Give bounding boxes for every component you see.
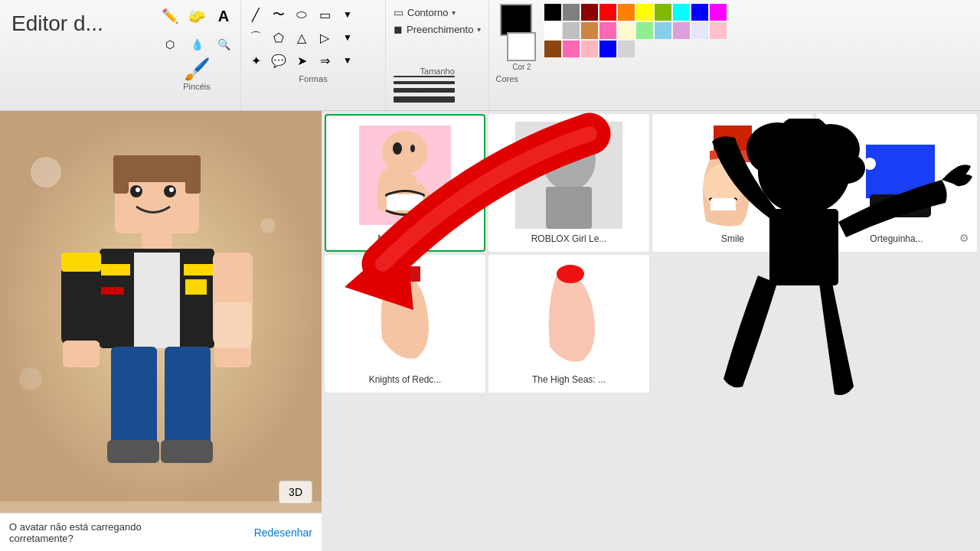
redraw-label: Redesenhar [254, 527, 312, 539]
eraser-icon[interactable]: 🧽 [185, 4, 209, 28]
rect-icon[interactable]: ▭ [314, 4, 335, 25]
palette-darkred[interactable] [581, 4, 598, 21]
cor2-swatch[interactable] [507, 32, 536, 61]
smile-svg [683, 122, 782, 229]
roblox-girl-svg [515, 122, 622, 229]
palette-peru[interactable] [581, 22, 598, 39]
fill-icon[interactable]: ⬡ [158, 32, 182, 57]
size-line-2[interactable] [394, 81, 455, 84]
more3-icon[interactable]: ▼ [337, 50, 358, 71]
spacer2 [360, 27, 381, 48]
item-smile[interactable]: Smile [652, 114, 813, 252]
palette-container [544, 4, 727, 57]
palette-brown[interactable] [544, 41, 561, 57]
palette-magenta[interactable] [710, 4, 727, 21]
man-left-arm-svg [359, 126, 451, 225]
svg-rect-12 [142, 232, 172, 251]
knights-svg [351, 262, 459, 370]
item-orteguinha[interactable]: Orteguinha... ⚙ [816, 114, 977, 252]
polygon-icon[interactable]: ⬠ [268, 27, 289, 48]
size-line-4[interactable] [394, 96, 455, 103]
item-roblox-girl-label: ROBLOX Girl Le... [531, 233, 607, 244]
cor2-box: Cor 2 [507, 32, 536, 71]
item-knights[interactable]: Knights of Redc... [325, 255, 485, 393]
avatar-svg [0, 111, 322, 501]
palette-skyblue[interactable] [655, 22, 671, 39]
item-man-left-arm[interactable]: Man Left Arm [325, 114, 485, 252]
svg-point-3 [19, 367, 42, 390]
palette-gray[interactable] [563, 4, 580, 21]
palette-red[interactable] [599, 4, 616, 21]
svg-rect-17 [101, 287, 124, 295]
svg-point-8 [169, 187, 174, 192]
avatar-error-bar: O avatar não está carregando corretament… [0, 513, 322, 551]
svg-rect-50 [866, 145, 935, 198]
svg-rect-18 [185, 279, 207, 295]
preenchimento-icon: ◼ [394, 23, 403, 35]
palette-green[interactable] [655, 4, 671, 21]
preenchimento-row[interactable]: ◼ Preenchimento ▾ [394, 21, 481, 37]
callout-icon[interactable]: 💬 [268, 50, 289, 71]
formas-label: Formas [245, 74, 381, 83]
bezier-icon[interactable]: ⌒ [245, 27, 266, 48]
palette-pink2[interactable] [563, 41, 580, 57]
size-line-3[interactable] [394, 88, 455, 93]
palette-blue[interactable] [691, 4, 708, 21]
orteguinha-svg [843, 122, 950, 229]
3d-label: 3D [289, 486, 302, 498]
star-icon[interactable]: ✦ [245, 50, 266, 71]
line-icon[interactable]: ╱ [245, 4, 266, 25]
cor1-swatch[interactable] [500, 4, 532, 36]
item-orteguinha-settings-icon[interactable]: ⚙ [959, 232, 969, 244]
palette-blue2[interactable] [599, 41, 616, 57]
contorno-icon: ▭ [394, 6, 403, 18]
eyedropper-icon[interactable]: 💧 [185, 32, 209, 57]
svg-rect-25 [165, 347, 211, 446]
text-icon[interactable]: A [211, 4, 236, 28]
palette-lavender[interactable] [691, 22, 708, 39]
item-roblox-girl[interactable]: ROBLOX Girl Le... [488, 114, 649, 252]
palette-white[interactable] [544, 22, 561, 39]
triangle-icon[interactable]: △ [291, 27, 312, 48]
triangle2-icon[interactable]: ▷ [314, 27, 335, 48]
brush-icon[interactable]: 🖌️ [184, 57, 211, 82]
rightarrow-icon[interactable]: ⇒ [314, 50, 335, 71]
magnify-icon[interactable]: 🔍 [211, 32, 236, 57]
item-knights-thumbnail [351, 262, 459, 370]
arrow-icon[interactable]: ➤ [291, 50, 312, 71]
palette-yellow[interactable] [636, 4, 653, 21]
palette-orange[interactable] [618, 4, 635, 21]
svg-point-2 [260, 218, 276, 233]
palette-pink[interactable] [710, 22, 727, 39]
item-knights-label: Knights of Redc... [369, 374, 442, 385]
small-tools-row: ⬡ 💧 🔍 [158, 32, 236, 57]
oval-icon[interactable]: ⬭ [291, 4, 312, 25]
palette-lightgreen[interactable] [636, 22, 653, 39]
pencil-icon[interactable]: ✏️ [158, 4, 182, 28]
main-colors-area: Cor 1 Cor 2 [495, 4, 727, 71]
palette-lightgray[interactable] [618, 41, 635, 57]
avatar-3d-button[interactable]: 3D [279, 481, 312, 504]
curve-icon[interactable]: 〜 [268, 4, 289, 25]
more2-icon[interactable]: ▼ [337, 27, 358, 48]
palette-silver[interactable] [563, 22, 580, 39]
item-high-seas[interactable]: The High Seas: ... [488, 255, 649, 393]
redraw-button[interactable]: Redesenhar [254, 527, 312, 539]
avatar-error-text: O avatar não está carregando corretament… [9, 521, 178, 544]
contorno-row[interactable]: ▭ Contorno ▾ [394, 4, 481, 21]
palette-cyan[interactable] [673, 4, 690, 21]
svg-point-39 [410, 145, 415, 152]
tamanho-label: Tamanho [394, 67, 481, 76]
palette-plum[interactable] [673, 22, 690, 39]
high-seas-svg [515, 262, 622, 370]
svg-rect-11 [185, 155, 201, 194]
palette-lightpink[interactable] [581, 41, 598, 57]
more-icon[interactable]: ▼ [337, 4, 358, 25]
palette-hotpink[interactable] [599, 22, 616, 39]
spacer3 [360, 50, 381, 71]
palette-black[interactable] [544, 4, 561, 21]
size-line-1[interactable] [394, 76, 455, 77]
title-text: Editor d... [11, 11, 103, 36]
palette-lemon[interactable] [618, 22, 635, 39]
svg-rect-45 [714, 126, 752, 152]
